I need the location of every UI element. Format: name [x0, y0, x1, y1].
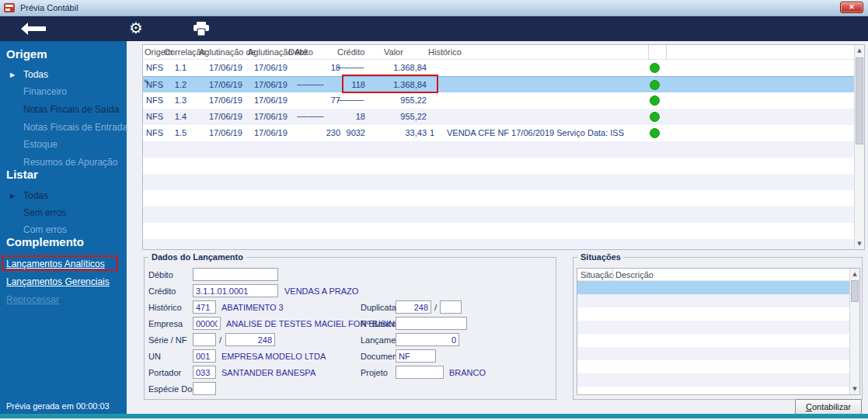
no-banco-field[interactable]: [396, 317, 467, 330]
status-text: Prévia gerada em 00:00:03: [6, 401, 110, 411]
table-row[interactable]: NFS 1.5 17/06/19 17/06/19 230 9032 33,43…: [143, 125, 854, 141]
situacoes-groupbox: Situações Situação Descrição ▲ ▼: [573, 257, 863, 400]
empresa-field[interactable]: [193, 317, 221, 330]
status-column-separator: [648, 45, 667, 60]
projeto-field[interactable]: [396, 366, 444, 379]
dados-do-lancamento-groupbox: Dados do Lançamento Débito Crédito VENDA…: [144, 257, 556, 400]
sidebar: Origem ▶ Todas Financeiro Notas Fiscais …: [0, 41, 127, 414]
col-aglutinacao-de[interactable]: Aglutinação de: [199, 47, 256, 57]
table-row-selected[interactable]: ✎ NFS 1.2 17/06/19 17/06/19 ------------…: [143, 76, 854, 92]
credito-description: VENDAS A PRAZO: [284, 286, 358, 296]
cell-correlacao: 1.1: [159, 63, 186, 72]
contabilizar-button[interactable]: Contabilizar: [795, 399, 862, 415]
duplicata-parcela-field[interactable]: [440, 300, 462, 314]
sidebar-link-reprocessar: Reprocessar: [6, 294, 59, 305]
cell-aglutinacao-ate: 17/06/19: [254, 112, 288, 121]
cell-correlacao: 1.5: [159, 128, 186, 137]
label-un: UN: [148, 352, 161, 361]
annotation-box-lancamentos-analiticos: [2, 255, 118, 271]
un-field[interactable]: [193, 349, 216, 363]
lancamento-field[interactable]: [396, 333, 459, 346]
un-description: EMPRESA MODELO LTDA: [221, 352, 326, 361]
duplicata-field[interactable]: [396, 300, 431, 314]
scrollbar-thumb[interactable]: [856, 57, 863, 144]
col-valor[interactable]: Valor: [384, 47, 403, 57]
cell-credito: 9032: [337, 128, 365, 137]
printer-icon[interactable]: [193, 22, 210, 36]
status-ok-dot: [650, 128, 660, 138]
col-debito[interactable]: Débito: [288, 47, 313, 57]
scroll-down-icon[interactable]: ▼: [855, 238, 864, 249]
cell-debito: ------------: [297, 112, 340, 120]
cell-valor: 955,22: [378, 95, 427, 105]
cell-aglutinacao-ate: 17/06/19: [254, 63, 288, 72]
sidebar-item-sem-erros[interactable]: Sem erros: [23, 207, 66, 218]
cell-debito: 18: [297, 63, 340, 72]
sidebar-item-todas-listar[interactable]: Todas: [23, 190, 48, 201]
situacoes-list: Situação Descrição ▲ ▼: [577, 268, 860, 395]
settings-gear-icon[interactable]: ⚙: [129, 19, 143, 37]
table-row[interactable]: NFS 1.4 17/06/19 17/06/19 ------------ 1…: [143, 109, 854, 125]
close-button[interactable]: ✕: [840, 2, 863, 13]
empty-rows-stripes: [577, 294, 849, 394]
empty-rows-stripes: [143, 141, 854, 249]
cell-extra-flag: 1: [430, 128, 434, 137]
situacoes-header: Situação Descrição: [577, 269, 849, 281]
cell-valor: 1.368,84: [378, 63, 427, 72]
previa-contabil-window: Prévia Contábil ✕ ⚙ Origem ▶ Todas Finan…: [0, 0, 868, 420]
cell-credito: 18: [337, 112, 365, 121]
table-row[interactable]: NFS 1.1 17/06/19 17/06/19 18 -----------…: [143, 60, 854, 76]
documento-field[interactable]: [396, 349, 436, 363]
grid-vertical-scrollbar[interactable]: ▲ ▼: [854, 45, 864, 249]
situacoes-selected-row[interactable]: [577, 281, 849, 294]
table-row[interactable]: NFS 1.3 17/06/19 17/06/19 77 -----------…: [143, 92, 854, 109]
situacoes-vertical-scrollbar[interactable]: ▲ ▼: [849, 269, 859, 394]
scroll-down-icon[interactable]: ▼: [850, 384, 859, 394]
label-empresa: Empresa: [148, 319, 183, 328]
groupbox-title: Situações: [577, 252, 624, 262]
cell-aglutinacao-de: 17/06/19: [209, 80, 242, 89]
annotation-box-credito-valor: [342, 75, 438, 93]
triangle-icon: ▶: [10, 71, 15, 78]
cell-valor: 955,22: [378, 112, 427, 121]
status-ok-dot: [650, 112, 660, 122]
especie-doc-field[interactable]: [193, 382, 216, 395]
nf-field[interactable]: [225, 333, 275, 346]
historico-field[interactable]: [193, 300, 216, 314]
label-portador: Portador: [148, 368, 181, 377]
scrollbar-thumb[interactable]: [851, 280, 859, 302]
sidebar-item-financeiro: Financeiro: [23, 86, 67, 97]
back-arrow-icon[interactable]: [19, 21, 48, 36]
scroll-up-icon[interactable]: ▲: [850, 269, 859, 279]
cell-correlacao: 1.4: [159, 112, 186, 121]
cell-aglutinacao-de: 17/06/19: [209, 63, 242, 72]
col-historico[interactable]: Histórico: [428, 47, 462, 57]
cell-aglutinacao-de: 17/06/19: [209, 128, 242, 137]
col-descricao[interactable]: Descrição: [615, 270, 654, 279]
label-especie-doc: Espécie Doc.: [148, 384, 199, 394]
col-credito[interactable]: Crédito: [337, 47, 364, 57]
sidebar-item-notas-fiscais-saida[interactable]: Notas Fiscais de Saída: [23, 104, 119, 115]
label-serie-nf: Série / NF: [148, 335, 187, 345]
debito-field[interactable]: [193, 268, 278, 281]
label-duplicata: Duplicata: [361, 303, 396, 312]
col-situacao[interactable]: Situação: [580, 270, 614, 279]
sidebar-item-todas-origem[interactable]: Todas: [23, 69, 48, 80]
cell-correlacao: 1.3: [159, 95, 186, 105]
status-ok-dot: [650, 63, 660, 73]
serie-field[interactable]: [193, 333, 216, 346]
cell-credito: ------------: [337, 95, 365, 104]
scroll-up-icon[interactable]: ▲: [855, 45, 864, 56]
historico-description: ABATIMENTO 3: [221, 303, 284, 312]
cell-debito: ------------: [297, 80, 340, 89]
label-projeto: Projeto: [361, 368, 388, 377]
sidebar-item-com-erros: Com erros: [23, 224, 67, 235]
contabilizar-label: ontabilizar: [812, 402, 851, 411]
sidebar-heading-origem: Origem: [6, 47, 47, 61]
sidebar-link-lancamentos-gerenciais[interactable]: Lançamentos Gerenciais: [6, 276, 110, 287]
cell-credito: ------------: [337, 63, 365, 71]
credito-field[interactable]: [193, 284, 278, 297]
cell-aglutinacao-ate: 17/06/19: [254, 128, 288, 137]
window-title: Prévia Contábil: [20, 3, 78, 12]
portador-field[interactable]: [193, 366, 216, 379]
